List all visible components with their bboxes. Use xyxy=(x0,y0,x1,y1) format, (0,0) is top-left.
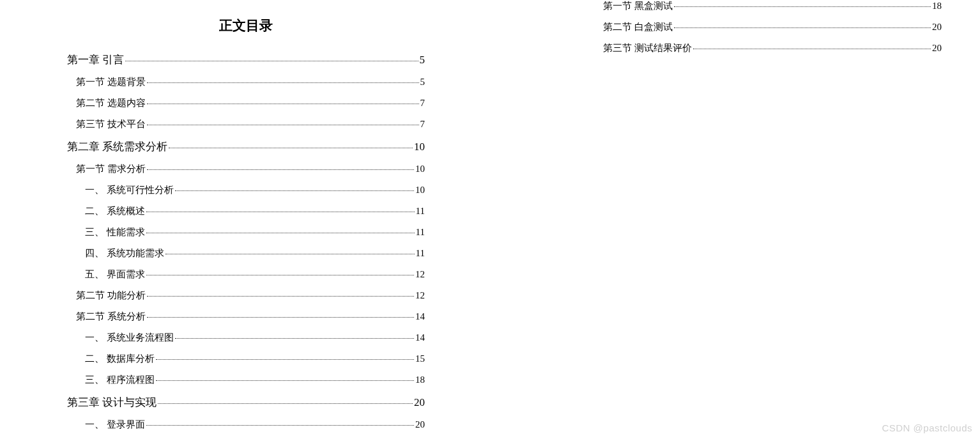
toc-entry-page: 11 xyxy=(416,248,425,259)
toc-entry-label: 第三章 设计与实现 xyxy=(67,395,157,410)
toc-entry[interactable]: 三、 性能需求11 xyxy=(67,226,425,238)
toc-list-right: 第一节 黑盒测试18第二节 白盒测试20第三节 测试结果评价20 xyxy=(594,0,942,54)
toc-entry-label: 第一章 引言 xyxy=(67,52,124,67)
toc-entry-label: 三、 性能需求 xyxy=(85,226,145,238)
toc-entry-page: 11 xyxy=(416,227,425,238)
toc-entry-page: 18 xyxy=(932,1,942,12)
toc-entry-page: 18 xyxy=(415,375,425,385)
toc-leader-dots xyxy=(146,275,414,275)
toc-entry-label: 一、 登录界面 xyxy=(85,419,145,431)
toc-title: 正文目录 xyxy=(67,17,425,35)
toc-leader-dots xyxy=(146,212,415,212)
toc-entry-label: 二、 数据库分析 xyxy=(85,353,155,365)
toc-entry-label: 第二章 系统需求分析 xyxy=(67,139,167,154)
toc-entry[interactable]: 第二节 选题内容7 xyxy=(67,97,425,109)
toc-entry[interactable]: 第一节 黑盒测试18 xyxy=(594,0,942,12)
toc-entry-label: 第二节 系统分析 xyxy=(76,311,146,323)
toc-entry-page: 5 xyxy=(420,77,425,88)
toc-entry-page: 14 xyxy=(415,311,425,322)
toc-entry-label: 第二节 功能分析 xyxy=(76,290,146,302)
toc-entry-page: 20 xyxy=(414,396,425,409)
toc-leader-dots xyxy=(125,61,418,61)
toc-entry-page: 20 xyxy=(415,419,425,430)
toc-entry-page: 14 xyxy=(415,332,425,343)
toc-entry[interactable]: 第二节 白盒测试20 xyxy=(594,21,942,33)
toc-entry-page: 10 xyxy=(415,164,425,174)
toc-leader-dots xyxy=(175,190,414,191)
toc-entry-label: 第一节 选题背景 xyxy=(76,76,146,88)
toc-entry[interactable]: 第二节 功能分析12 xyxy=(67,290,425,302)
toc-leader-dots xyxy=(146,425,414,426)
toc-entry[interactable]: 第三章 设计与实现20 xyxy=(67,395,425,410)
toc-entry[interactable]: 一、 系统业务流程图14 xyxy=(67,332,425,344)
toc-entry-label: 三、 程序流程图 xyxy=(85,374,155,386)
toc-entry-page: 20 xyxy=(932,22,942,33)
toc-entry[interactable]: 第二节 系统分析14 xyxy=(67,311,425,323)
toc-leader-dots xyxy=(147,125,419,125)
toc-leader-dots xyxy=(156,380,414,381)
toc-entry-label: 第二节 白盒测试 xyxy=(603,21,673,33)
toc-list-left: 第一章 引言5第一节 选题背景5第二节 选题内容7第三节 技术平台7第二章 系统… xyxy=(67,52,425,441)
toc-entry-page: 20 xyxy=(932,43,942,54)
toc-leader-dots xyxy=(147,296,414,297)
toc-leader-dots xyxy=(674,27,931,28)
toc-entry-page: 12 xyxy=(415,290,425,301)
toc-leader-dots xyxy=(156,359,414,360)
toc-entry[interactable]: 第一节 选题背景5 xyxy=(67,76,425,88)
toc-entry[interactable]: 一、 系统可行性分析10 xyxy=(67,184,425,196)
toc-leader-dots xyxy=(158,403,413,404)
toc-leader-dots xyxy=(147,317,414,318)
toc-leader-dots xyxy=(146,233,415,233)
toc-leader-dots xyxy=(165,254,415,254)
toc-entry-label: 第三节 测试结果评价 xyxy=(603,42,692,54)
toc-leader-dots xyxy=(147,104,419,104)
toc-entry-label: 第一节 需求分析 xyxy=(76,163,146,175)
toc-entry[interactable]: 第一章 引言5 xyxy=(67,52,425,67)
toc-entry-page: 11 xyxy=(416,206,425,217)
toc-entry-label: 第一节 黑盒测试 xyxy=(603,0,673,12)
toc-entry[interactable]: 五、 界面需求12 xyxy=(67,268,425,281)
toc-entry[interactable]: 第一节 需求分析10 xyxy=(67,163,425,175)
watermark: CSDN @pastclouds xyxy=(882,422,972,433)
toc-leader-dots xyxy=(169,148,413,148)
toc-entry-page: 10 xyxy=(415,185,425,196)
toc-entry-page: 12 xyxy=(415,269,425,280)
page-left: 正文目录 第一章 引言5第一节 选题背景5第二节 选题内容7第三节 技术平台7第… xyxy=(0,0,492,441)
toc-entry[interactable]: 三、 程序流程图18 xyxy=(67,374,425,386)
toc-entry-page: 10 xyxy=(414,141,425,153)
toc-leader-dots xyxy=(674,6,931,7)
toc-entry-label: 第三节 技术平台 xyxy=(76,118,146,130)
toc-entry[interactable]: 第二章 系统需求分析10 xyxy=(67,139,425,154)
toc-entry-page: 7 xyxy=(420,119,425,130)
toc-entry-label: 一、 系统业务流程图 xyxy=(85,332,174,344)
toc-leader-dots xyxy=(147,169,414,170)
toc-entry[interactable]: 第三节 技术平台7 xyxy=(67,118,425,130)
toc-entry-label: 第二节 选题内容 xyxy=(76,97,146,109)
toc-entry-label: 二、 系统概述 xyxy=(85,205,145,217)
toc-entry-page: 7 xyxy=(420,98,425,109)
toc-entry[interactable]: 一、 登录界面20 xyxy=(67,419,425,431)
toc-entry-label: 一、 系统可行性分析 xyxy=(85,184,174,196)
document-pages: 正文目录 第一章 引言5第一节 选题背景5第二节 选题内容7第三节 技术平台7第… xyxy=(0,0,980,441)
toc-leader-dots xyxy=(693,49,931,49)
toc-leader-dots xyxy=(147,82,419,83)
toc-entry-page: 15 xyxy=(415,353,425,364)
toc-leader-dots xyxy=(175,338,414,339)
toc-entry-label: 四、 系统功能需求 xyxy=(85,247,164,259)
toc-entry[interactable]: 第三节 测试结果评价20 xyxy=(594,42,942,54)
toc-entry[interactable]: 四、 系统功能需求11 xyxy=(67,247,425,259)
toc-entry-label: 五、 界面需求 xyxy=(85,268,145,281)
toc-entry[interactable]: 二、 系统概述11 xyxy=(67,205,425,217)
toc-entry-page: 5 xyxy=(420,54,425,66)
page-right: 第一节 黑盒测试18第二节 白盒测试20第三节 测试结果评价20 xyxy=(492,0,980,441)
toc-entry[interactable]: 二、 数据库分析15 xyxy=(67,353,425,365)
